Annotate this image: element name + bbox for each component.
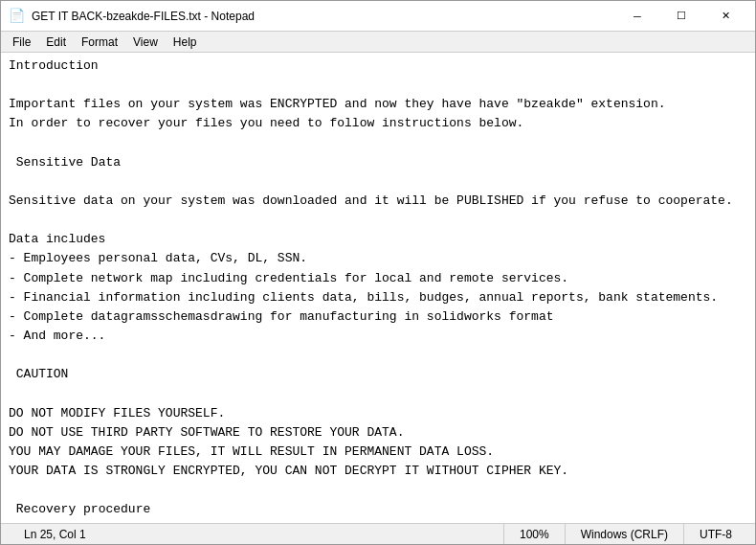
status-line-ending: Windows (CRLF) bbox=[565, 524, 683, 544]
window-title: GET IT BACK-bzeakde-FILES.txt - Notepad bbox=[32, 10, 255, 23]
menu-edit[interactable]: Edit bbox=[38, 34, 74, 51]
status-encoding: UTF-8 bbox=[683, 524, 747, 544]
menu-bar: File Edit Format View Help bbox=[1, 32, 755, 53]
editor-area: Introduction Important files on your sys… bbox=[1, 53, 755, 523]
status-ln-col: Ln 25, Col 1 bbox=[9, 524, 101, 544]
title-bar-controls: ─ ☐ ✕ bbox=[615, 1, 747, 32]
notepad-window: 📄 GET IT BACK-bzeakde-FILES.txt - Notepa… bbox=[0, 0, 756, 545]
menu-file[interactable]: File bbox=[5, 34, 38, 51]
title-bar: 📄 GET IT BACK-bzeakde-FILES.txt - Notepa… bbox=[1, 1, 755, 32]
menu-help[interactable]: Help bbox=[166, 34, 205, 51]
notepad-icon: 📄 bbox=[9, 9, 24, 24]
status-bar: Ln 25, Col 1 100% Windows (CRLF) UTF-8 bbox=[1, 523, 755, 544]
close-button[interactable]: ✕ bbox=[703, 1, 747, 32]
menu-view[interactable]: View bbox=[125, 34, 166, 51]
text-editor[interactable]: Introduction Important files on your sys… bbox=[1, 53, 755, 523]
minimize-button[interactable]: ─ bbox=[615, 1, 659, 32]
status-zoom: 100% bbox=[503, 524, 565, 544]
title-bar-left: 📄 GET IT BACK-bzeakde-FILES.txt - Notepa… bbox=[9, 9, 255, 24]
maximize-button[interactable]: ☐ bbox=[659, 1, 703, 32]
menu-format[interactable]: Format bbox=[74, 34, 125, 51]
